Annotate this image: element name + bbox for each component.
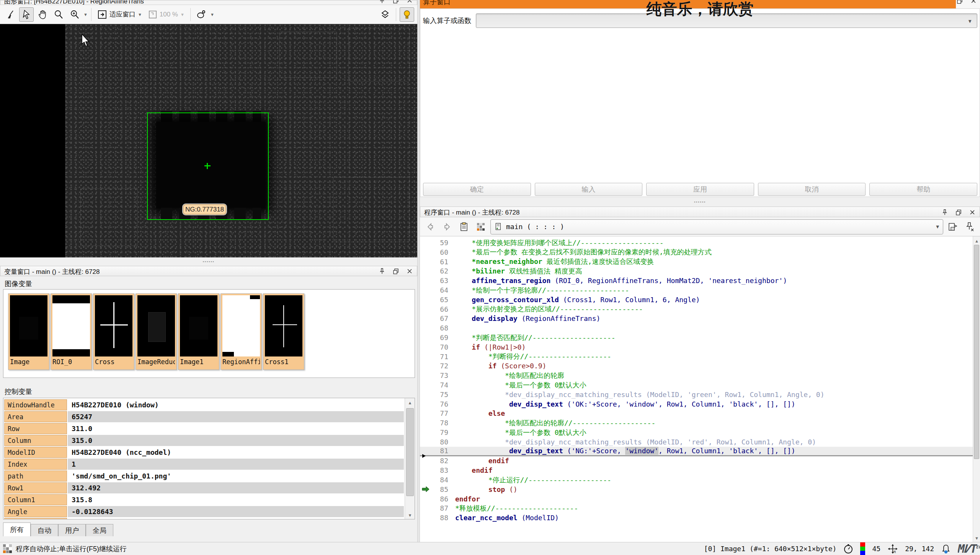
table-row[interactable]: Angle-0.0128643 <box>3 506 404 518</box>
variable-tab-4[interactable]: 全局 <box>86 524 113 536</box>
pin-icon[interactable] <box>376 267 388 276</box>
operator-button[interactable]: 取消 <box>758 183 866 196</box>
code-line-83[interactable]: 83 endif <box>420 465 973 475</box>
pan-hand-button[interactable] <box>35 7 50 22</box>
program-window-titlebar[interactable]: 程序窗口 - main () - 主线程: 6728 <box>420 207 980 217</box>
code-line-69[interactable]: 69 *判断是否匹配到//-------------------- <box>420 333 973 342</box>
code-line-61[interactable]: 61 *nearest_neighbor 最近邻插值法,速度快适合区域变换 <box>420 257 973 267</box>
close-icon[interactable] <box>404 0 415 5</box>
table-row[interactable]: Area65247 <box>3 411 404 423</box>
code-line-86[interactable]: 86endfor <box>420 494 973 504</box>
code-line-66[interactable]: 66 *展示仿射变换之后的区域//-------------------- <box>420 304 973 314</box>
navigate-back-button[interactable] <box>423 220 438 234</box>
table-row[interactable]: Column315.0 <box>3 435 404 446</box>
lightbulb-button[interactable] <box>400 7 414 22</box>
zoom-dropdown-caret[interactable]: ▼ <box>83 12 88 17</box>
magnify-button[interactable] <box>51 7 66 22</box>
zoom-percent-combo[interactable]: 100 % ▼ <box>146 7 187 22</box>
draw-region-button[interactable] <box>194 7 209 22</box>
code-line-74[interactable]: 74 *最后一个参数 0默认大小 <box>420 380 973 390</box>
scrollbar-thumb[interactable] <box>406 408 414 496</box>
code-line-59[interactable]: 59 *使用变换矩阵应用到哪个区域上//-------------------- <box>420 238 973 247</box>
horizontal-splitter[interactable]: ▪▪▪▪▪▪ <box>0 257 417 266</box>
close-icon[interactable] <box>967 208 978 217</box>
code-line-72[interactable]: 72 if (Score>0.9) <box>420 361 973 371</box>
code-editor[interactable]: 59 *使用变换矩阵应用到哪个区域上//--------------------… <box>420 236 973 542</box>
chevron-down-icon[interactable]: ▼ <box>936 224 939 229</box>
table-row[interactable]: Score0.777318 <box>3 518 404 519</box>
scroll-up-icon[interactable]: ▲ <box>973 236 980 246</box>
close-icon[interactable] <box>404 267 415 276</box>
float-icon[interactable] <box>390 267 402 276</box>
image-variable-card[interactable]: Cross1 <box>263 293 304 370</box>
pin-icon[interactable] <box>376 0 388 5</box>
code-line-76[interactable]: 76 dev_disp_text ('OK:'+Score, 'window',… <box>420 399 973 409</box>
vertical-splitter[interactable] <box>417 0 420 542</box>
image-variable-card[interactable]: Cross <box>93 293 134 370</box>
notification-bell-icon[interactable] <box>941 544 951 554</box>
procedure-list-button[interactable] <box>457 220 471 234</box>
code-line-82[interactable]: 82 endif <box>420 456 973 465</box>
table-row[interactable]: Row1312.492 <box>3 482 404 494</box>
code-scrollbar[interactable]: ▲ ▼ <box>973 236 980 542</box>
procedure-combo[interactable]: main ( : : : ) ▼ <box>490 219 943 234</box>
code-line-77[interactable]: 77 else <box>420 409 973 418</box>
code-line-88[interactable]: 88clear_ncc_model (ModelID) <box>420 513 973 522</box>
image-variable-card[interactable]: Image <box>8 293 49 370</box>
float-icon[interactable] <box>390 0 402 5</box>
code-line-60[interactable]: 60 *最后一个参数 在变换之后找不到原始图像对应的像素的时候,填充的处理方式 <box>420 247 973 257</box>
zoom-in-button[interactable] <box>67 7 82 22</box>
table-row[interactable]: Index1 <box>3 458 404 470</box>
code-line-85[interactable]: 85 stop () <box>420 485 973 494</box>
table-row[interactable]: path'smd/smd_on_chip_01.png' <box>3 470 404 482</box>
code-line-67[interactable]: 67 dev_display (RegionAffineTrans) <box>420 314 973 323</box>
clear-window-button[interactable] <box>3 7 18 22</box>
code-line-71[interactable]: 71 *判断得分//-------------------- <box>420 352 973 361</box>
code-line-68[interactable]: 68 <box>420 323 973 333</box>
draw-dropdown-caret[interactable]: ▼ <box>210 12 214 17</box>
table-row[interactable]: ModelIDH54B227DE040 (ncc_model) <box>3 446 404 458</box>
open-in-editor-button[interactable] <box>946 220 960 234</box>
code-line-87[interactable]: 87*释放模板//-------------------- <box>420 503 973 513</box>
code-line-78[interactable]: 78 *绘制匹配出的轮廓//-------------------- <box>420 418 973 428</box>
code-line-80[interactable]: 80 *dev_display_ncc_matching_results (Mo… <box>420 437 973 447</box>
graphics-canvas[interactable]: NG:0.777318 <box>0 24 417 257</box>
navigate-forward-button[interactable] <box>440 220 454 234</box>
graphics-window-titlebar[interactable]: 图形窗口: [H54B227DE010] - RegionAffineTrans <box>0 0 417 5</box>
code-line-81[interactable]: 81 dev_disp_text ('NG:'+Score, 'window',… <box>420 447 973 456</box>
unpin-procedure-button[interactable] <box>962 220 977 234</box>
operator-button[interactable]: 应用 <box>646 183 754 196</box>
code-line-70[interactable]: 70 if (|Row1|>0) <box>420 342 973 352</box>
table-scrollbar[interactable]: ▲ ▼ <box>405 398 415 519</box>
variable-grid-button[interactable] <box>474 220 488 234</box>
variable-tab-3[interactable]: 用户 <box>58 524 86 536</box>
code-line-63[interactable]: 63 affine_trans_region (ROI_0, RegionAff… <box>420 276 973 285</box>
table-row[interactable]: Row311.0 <box>3 423 404 435</box>
image-variable-card[interactable]: ROI_0 <box>51 293 92 370</box>
image-variable-card[interactable]: RegionAffi <box>220 293 262 370</box>
code-line-73[interactable]: 73 *绘制匹配出的轮廓 <box>420 371 973 380</box>
operator-button[interactable]: 帮助 <box>869 183 977 196</box>
table-row[interactable]: Column1315.8 <box>3 494 404 506</box>
float-icon[interactable] <box>953 208 964 217</box>
layers-button[interactable] <box>378 7 392 22</box>
scroll-up-icon[interactable]: ▲ <box>405 398 415 407</box>
operator-button[interactable]: 输入 <box>535 183 643 196</box>
variable-window-titlebar[interactable]: 变量窗口 - main () - 主线程: 6728 <box>0 266 417 276</box>
scroll-down-icon[interactable]: ▼ <box>405 511 415 519</box>
pin-icon[interactable] <box>939 208 951 217</box>
code-line-75[interactable]: 75 *dev_display_ncc_matching_results (Mo… <box>420 390 973 399</box>
select-cursor-button[interactable] <box>19 7 34 22</box>
operator-button[interactable]: 确定 <box>423 183 531 196</box>
variable-tab-1[interactable]: 所有 <box>3 522 31 536</box>
variable-tab-2[interactable]: 自动 <box>31 524 58 536</box>
image-variable-card[interactable]: ImageReduc <box>136 293 177 370</box>
code-line-62[interactable]: 62 *biliner 双线性插值法 精度更高 <box>420 266 973 276</box>
code-line-64[interactable]: 64 *绘制一个十字形轮廓//-------------------- <box>420 285 973 295</box>
fit-window-combo[interactable]: 适应窗口 ▼ <box>95 7 144 22</box>
table-row[interactable]: WindowHandleH54B227DE010 (window) <box>3 399 404 411</box>
image-variable-card[interactable]: Image1 <box>178 293 219 370</box>
scrollbar-thumb[interactable] <box>974 245 979 459</box>
scroll-down-icon[interactable]: ▼ <box>973 534 980 543</box>
code-line-65[interactable]: 65 gen_cross_contour_xld (Cross1, Row1, … <box>420 295 973 304</box>
